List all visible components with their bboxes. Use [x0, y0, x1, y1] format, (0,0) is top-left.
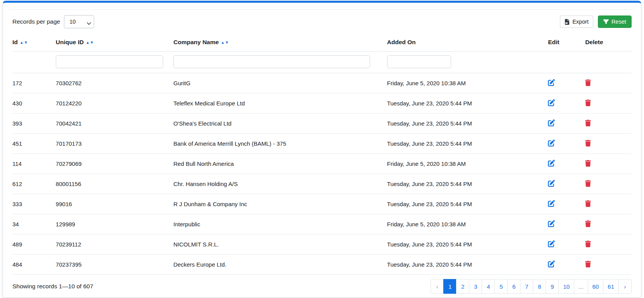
table-row: 393 70042421 O'Shea's Electrical Ltd Tue…	[12, 114, 632, 134]
table-row: 172 70302762 GuritG Friday, June 5, 2020…	[12, 73, 632, 93]
cell-unique-id: 70042421	[56, 114, 174, 134]
cell-id: 484	[12, 255, 56, 275]
records-summary: Showing records 1—10 of 607	[12, 283, 93, 290]
column-header-unique-id[interactable]: Unique ID▲▼	[56, 34, 174, 52]
delete-icon[interactable]	[585, 180, 591, 187]
page-item[interactable]: 60	[588, 279, 604, 294]
edit-icon[interactable]	[548, 240, 555, 247]
column-header-delete: Delete	[585, 34, 632, 52]
delete-icon[interactable]	[585, 200, 591, 207]
edit-icon[interactable]	[548, 119, 555, 126]
sort-icons[interactable]: ▲▼	[221, 40, 229, 45]
sort-icons[interactable]: ▲▼	[86, 40, 94, 45]
cell-id: 393	[12, 114, 56, 134]
page-item[interactable]: 61	[603, 279, 619, 294]
cell-id: 114	[12, 154, 56, 174]
table-header-row: Id▲▼ Unique ID▲▼ Company Name▲▼ Added On…	[12, 34, 632, 52]
cell-company-name: GuritG	[173, 73, 387, 93]
cell-unique-id: 70124220	[56, 93, 174, 114]
cell-id: 489	[12, 234, 56, 255]
table-footer: Showing records 1—10 of 607 ‹12345678910…	[3, 275, 641, 294]
page-item[interactable]: 9	[546, 279, 559, 294]
edit-icon[interactable]	[548, 160, 555, 167]
cell-id: 34	[12, 214, 56, 234]
delete-icon[interactable]	[585, 140, 591, 146]
cell-added-on: Tuesday, June 23, 2020 5:44 PM	[387, 114, 548, 134]
unique-id-filter-input[interactable]	[56, 55, 163, 68]
cell-unique-id: 80001156	[56, 174, 174, 194]
cell-company-name: Deckers Europe Ltd.	[173, 255, 387, 275]
filter-row	[12, 52, 632, 73]
export-button[interactable]: Export	[560, 16, 593, 28]
page-item[interactable]: 6	[507, 279, 520, 294]
company-name-filter-input[interactable]	[173, 55, 370, 68]
cell-added-on: Tuesday, June 23, 2020 5:44 PM	[387, 255, 548, 275]
cell-id: 612	[12, 174, 56, 194]
records-table: Id▲▼ Unique ID▲▼ Company Name▲▼ Added On…	[12, 34, 632, 275]
cell-id: 430	[12, 93, 56, 114]
cell-unique-id: 129989	[56, 214, 174, 234]
cell-added-on: Tuesday, June 23, 2020 5:44 PM	[387, 93, 548, 114]
edit-icon[interactable]	[548, 200, 555, 207]
cell-id: 451	[12, 134, 56, 154]
records-card: Records per page 10 Export	[3, 1, 641, 298]
edit-icon[interactable]	[548, 140, 555, 146]
delete-icon[interactable]	[585, 220, 591, 227]
filter-icon	[603, 19, 609, 24]
edit-icon[interactable]	[548, 220, 555, 227]
cell-added-on: Tuesday, June 23, 2020 5:44 PM	[387, 194, 548, 214]
column-header-edit: Edit	[548, 34, 585, 52]
edit-icon[interactable]	[548, 260, 555, 267]
cell-company-name: Bank of America Merrill Lynch (BAML) - 3…	[173, 134, 387, 154]
column-header-id[interactable]: Id▲▼	[12, 34, 56, 52]
table-row: 484 70237395 Deckers Europe Ltd. Tuesday…	[12, 255, 632, 275]
cell-added-on: Tuesday, June 23, 2020 5:44 PM	[387, 174, 548, 194]
cell-company-name: Teleflex Medical Europe Ltd	[173, 93, 387, 114]
cell-added-on: Friday, June 5, 2020 10:38 AM	[387, 73, 548, 93]
cell-unique-id: 70279069	[56, 154, 174, 174]
table-row: 333 99016 R J Dunham & Company Inc Tuesd…	[12, 194, 632, 214]
delete-icon[interactable]	[585, 79, 591, 86]
table-row: 451 70170173 Bank of America Merrill Lyn…	[12, 134, 632, 154]
cell-unique-id: 99016	[56, 194, 174, 214]
delete-icon[interactable]	[585, 241, 591, 247]
sort-icons[interactable]: ▲▼	[20, 40, 28, 45]
edit-icon[interactable]	[548, 180, 555, 187]
records-per-page-select[interactable]: 10	[64, 15, 94, 28]
page-item[interactable]: 10	[558, 279, 574, 294]
cell-company-name: Red Bull North America	[173, 154, 387, 174]
table-toolbar: Records per page 10 Export	[3, 10, 641, 34]
added-on-filter-input[interactable]	[387, 55, 451, 68]
cell-added-on: Tuesday, June 23, 2020 5:44 PM	[387, 234, 548, 255]
page-item[interactable]: 8	[533, 279, 546, 294]
cell-company-name: Interpublic	[173, 214, 387, 234]
delete-icon[interactable]	[585, 120, 591, 126]
table-row: 612 80001156 Chr. Hansen Holding A/S Tue…	[12, 174, 632, 194]
cell-id: 172	[12, 73, 56, 93]
reset-button-label: Reset	[611, 19, 626, 25]
export-button-label: Export	[572, 19, 589, 25]
delete-icon[interactable]	[585, 100, 591, 106]
delete-icon[interactable]	[585, 160, 591, 167]
cell-unique-id: 70239112	[56, 234, 174, 255]
reset-button[interactable]: Reset	[598, 16, 632, 28]
page-item[interactable]: 7	[520, 279, 533, 294]
edit-icon[interactable]	[548, 79, 555, 86]
records-per-page-label: Records per page	[12, 18, 60, 25]
cell-company-name: O'Shea's Electrical Ltd	[173, 114, 387, 134]
delete-icon[interactable]	[585, 261, 591, 267]
page-prev-icon[interactable]: ‹	[430, 279, 444, 294]
edit-icon[interactable]	[548, 99, 555, 106]
page-item[interactable]: 5	[494, 279, 508, 294]
table-row: 114 70279069 Red Bull North America Frid…	[12, 154, 632, 174]
page-next-icon[interactable]: ›	[618, 279, 632, 294]
page-gap: ...	[574, 279, 588, 294]
page-item[interactable]: 3	[469, 279, 482, 294]
page-item[interactable]: 2	[456, 279, 469, 294]
page-item[interactable]: 4	[482, 279, 495, 294]
table-row: 489 70239112 NICOLMIT S.R.L. Tuesday, Ju…	[12, 234, 632, 255]
column-header-added-on: Added On	[387, 34, 548, 52]
column-header-company-name[interactable]: Company Name▲▼	[173, 34, 387, 52]
file-export-icon	[565, 19, 570, 25]
page-item-active[interactable]: 1	[443, 279, 456, 294]
